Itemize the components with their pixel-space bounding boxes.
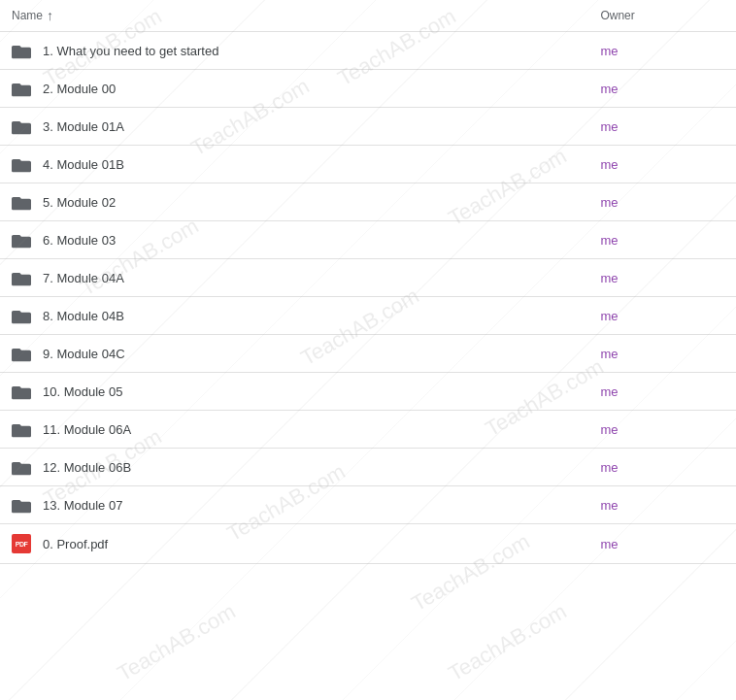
file-owner-cell: me [588,524,736,564]
owner-text: me [600,460,618,475]
file-name-text[interactable]: 1. What you need to get started [43,44,218,58]
file-owner-cell: me [588,108,736,146]
file-table-body: 1. What you need to get startedme 2. Mod… [0,32,736,564]
table-row[interactable]: 6. Module 03me [0,221,736,259]
name-column-label: Name [12,9,43,22]
table-row[interactable]: 4. Module 01Bme [0,146,736,183]
file-name-text[interactable]: 6. Module 03 [43,233,116,248]
file-owner-cell: me [588,373,736,411]
folder-icon [12,117,31,135]
file-name-cell: 13. Module 07 [0,486,588,524]
name-column-header[interactable]: Name ↑ [0,0,588,32]
file-name-cell: 12. Module 06B [0,449,588,486]
file-owner-cell: me [588,183,736,221]
file-name-cell: 9. Module 04C [0,335,588,373]
table-row[interactable]: 7. Module 04Ame [0,259,736,297]
file-name-text[interactable]: 5. Module 02 [43,195,116,210]
table-row[interactable]: 1. What you need to get startedme [0,32,736,70]
file-name-cell: 2. Module 00 [0,70,588,108]
file-name-text[interactable]: 7. Module 04A [43,271,124,285]
table-row[interactable]: 9. Module 04Cme [0,335,736,373]
sort-arrow-icon: ↑ [47,8,53,23]
folder-icon [12,345,31,362]
owner-text: me [600,195,618,210]
owner-text: me [600,347,618,361]
folder-icon [12,307,31,324]
file-name-cell: 8. Module 04B [0,297,588,335]
file-name-text[interactable]: 4. Module 01B [43,157,124,172]
file-name-cell: 7. Module 04A [0,259,588,297]
file-name-cell: 1. What you need to get started [0,32,588,70]
folder-icon [12,269,31,286]
table-header-row: Name ↑ Owner [0,0,736,32]
table-row[interactable]: 2. Module 00me [0,70,736,108]
owner-text: me [600,157,618,172]
owner-text: me [600,422,618,437]
folder-icon [12,458,31,476]
owner-text: me [600,44,618,58]
owner-text: me [600,384,618,399]
file-owner-cell: me [588,335,736,373]
folder-icon [12,193,31,211]
table-row[interactable]: 13. Module 07me [0,486,736,524]
file-owner-cell: me [588,32,736,70]
owner-text: me [600,119,618,134]
folder-icon [12,155,31,173]
folder-icon [12,42,31,59]
file-name-text[interactable]: 3. Module 01A [43,119,124,134]
file-name-cell: 3. Module 01A [0,108,588,146]
watermark-text: TeachAB.com [444,599,571,686]
file-owner-cell: me [588,146,736,183]
file-name-text[interactable]: 10. Module 05 [43,384,122,399]
table-row[interactable]: 10. Module 05me [0,373,736,411]
file-name-text[interactable]: 11. Module 06A [43,422,131,437]
file-owner-cell: me [588,449,736,486]
file-list: Name ↑ Owner 1. What you need to get sta… [0,0,736,564]
file-name-cell: 6. Module 03 [0,221,588,259]
pdf-icon: PDF [12,534,31,553]
file-name-text[interactable]: 2. Module 00 [43,82,116,96]
file-owner-cell: me [588,411,736,449]
owner-column-header: Owner [588,0,736,32]
file-name-cell: 11. Module 06A [0,411,588,449]
owner-text: me [600,498,618,513]
table-row[interactable]: 11. Module 06Ame [0,411,736,449]
file-name-cell: PDF0. Proof.pdf [0,524,588,564]
file-owner-cell: me [588,486,736,524]
table-row[interactable]: 8. Module 04Bme [0,297,736,335]
file-name-cell: 4. Module 01B [0,146,588,183]
file-name-text[interactable]: 8. Module 04B [43,309,124,323]
file-name-cell: 10. Module 05 [0,373,588,411]
file-owner-cell: me [588,297,736,335]
file-name-text[interactable]: 0. Proof.pdf [43,537,108,551]
owner-text: me [600,233,618,248]
owner-text: me [600,537,618,551]
folder-icon [12,80,31,97]
file-name-cell: 5. Module 02 [0,183,588,221]
owner-text: me [600,271,618,285]
table-row[interactable]: 12. Module 06Bme [0,449,736,486]
table-row[interactable]: 3. Module 01Ame [0,108,736,146]
owner-text: me [600,309,618,323]
table-row[interactable]: PDF0. Proof.pdfme [0,524,736,564]
file-owner-cell: me [588,221,736,259]
folder-icon [12,231,31,249]
folder-icon [12,383,31,400]
file-name-text[interactable]: 13. Module 07 [43,498,122,513]
folder-icon [12,496,31,514]
owner-text: me [600,82,618,96]
file-owner-cell: me [588,70,736,108]
file-name-text[interactable]: 12. Module 06B [43,460,131,475]
watermark-text: TeachAB.com [113,599,240,686]
file-owner-cell: me [588,259,736,297]
folder-icon [12,420,31,438]
table-row[interactable]: 5. Module 02me [0,183,736,221]
file-name-text[interactable]: 9. Module 04C [43,347,125,361]
